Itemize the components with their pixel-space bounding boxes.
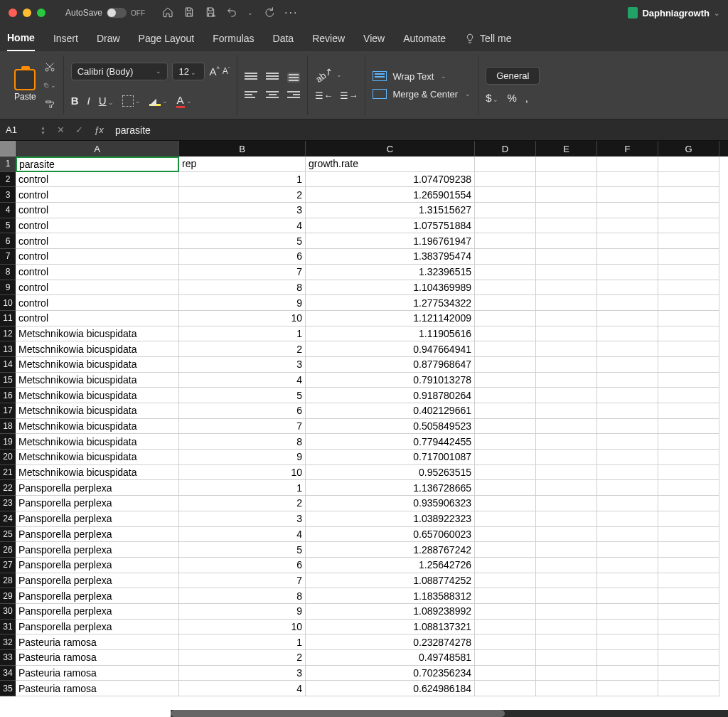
cell[interactable] (597, 604, 658, 620)
cell[interactable] (658, 172, 719, 188)
cell[interactable] (475, 573, 536, 589)
cell[interactable]: Metschnikowia bicuspidata (16, 373, 179, 388)
cell[interactable] (536, 357, 597, 373)
cell[interactable]: 5 (179, 388, 306, 403)
cell[interactable]: 1 (179, 480, 306, 496)
cell[interactable]: Pansporella perplexa (16, 511, 179, 527)
cell[interactable] (597, 558, 658, 573)
cell[interactable]: 2 (179, 341, 306, 357)
tab-home[interactable]: Home (7, 26, 35, 51)
cell[interactable] (536, 496, 597, 511)
row-header[interactable]: 14 (0, 357, 16, 373)
cell[interactable] (536, 450, 597, 465)
cell[interactable] (536, 326, 597, 342)
cell[interactable]: Metschnikowia bicuspidata (16, 326, 179, 342)
cell[interactable]: Pansporella perplexa (16, 480, 179, 496)
cell[interactable]: 8 (179, 280, 306, 296)
cell[interactable] (658, 295, 719, 311)
cell[interactable]: 3 (179, 357, 306, 373)
decrease-indent-button[interactable]: ☰← (315, 90, 333, 101)
cell[interactable]: 9 (179, 604, 306, 620)
cell[interactable] (597, 388, 658, 403)
undo-icon[interactable] (226, 6, 237, 20)
cell[interactable]: 1.136728665 (306, 480, 475, 496)
tab-page-layout[interactable]: Page Layout (139, 26, 195, 51)
cell[interactable]: Pansporella perplexa (16, 573, 179, 589)
tab-draw[interactable]: Draw (97, 26, 120, 51)
minimize-window-button[interactable] (23, 9, 31, 17)
row-header[interactable]: 12 (0, 326, 16, 342)
cell[interactable] (536, 634, 597, 650)
cell[interactable] (536, 588, 597, 604)
cell[interactable] (475, 527, 536, 543)
tab-data[interactable]: Data (273, 26, 294, 51)
cell[interactable]: 4 (179, 218, 306, 234)
cell[interactable]: 10 (179, 311, 306, 326)
cell[interactable] (597, 373, 658, 388)
cell[interactable]: 6 (179, 558, 306, 573)
cell[interactable] (536, 542, 597, 558)
cell[interactable] (536, 511, 597, 527)
cell[interactable] (536, 373, 597, 388)
cell[interactable] (658, 357, 719, 373)
cell[interactable] (536, 388, 597, 403)
cell[interactable]: 0.95263515 (306, 465, 475, 481)
cell[interactable] (536, 620, 597, 635)
cell[interactable] (475, 511, 536, 527)
cell[interactable] (536, 203, 597, 218)
cell[interactable]: Metschnikowia bicuspidata (16, 450, 179, 465)
cell[interactable] (597, 542, 658, 558)
tab-insert[interactable]: Insert (53, 26, 78, 51)
cell[interactable] (536, 604, 597, 620)
align-middle-button[interactable] (266, 73, 279, 83)
cell[interactable]: 1.196761947 (306, 233, 475, 249)
cell[interactable] (597, 511, 658, 527)
cell[interactable]: 1.277534322 (306, 295, 475, 311)
cell[interactable]: 5 (179, 542, 306, 558)
cell[interactable] (475, 341, 536, 357)
cell[interactable] (536, 527, 597, 543)
number-format-select[interactable]: General (486, 67, 540, 85)
cell[interactable] (475, 403, 536, 419)
home-icon[interactable] (162, 6, 173, 20)
row-header[interactable]: 16 (0, 388, 16, 403)
cell[interactable]: 2 (179, 496, 306, 511)
cell[interactable]: 10 (179, 465, 306, 481)
row-header[interactable]: 22 (0, 480, 16, 496)
cell[interactable]: control (16, 203, 179, 218)
cell[interactable]: Pasteuria ramosa (16, 681, 179, 696)
copy-icon[interactable]: ⌄ (43, 79, 56, 92)
cell[interactable] (597, 357, 658, 373)
cell[interactable] (658, 218, 719, 234)
cell[interactable] (658, 156, 719, 172)
cell[interactable] (597, 450, 658, 465)
row-header[interactable]: 32 (0, 634, 16, 650)
cell[interactable]: parasite (16, 156, 179, 172)
row-header[interactable]: 13 (0, 341, 16, 357)
cell[interactable]: 0.935906323 (306, 496, 475, 511)
cell[interactable] (658, 280, 719, 296)
cell[interactable] (658, 588, 719, 604)
cell[interactable] (475, 450, 536, 465)
cell[interactable]: 8 (179, 588, 306, 604)
row-header[interactable]: 1 (0, 156, 16, 172)
cell[interactable] (658, 434, 719, 450)
cell[interactable] (597, 588, 658, 604)
row-header[interactable]: 18 (0, 419, 16, 435)
cell[interactable] (597, 172, 658, 188)
row-header[interactable]: 11 (0, 311, 16, 326)
align-bottom-button[interactable] (287, 73, 300, 83)
cell[interactable]: 5 (179, 233, 306, 249)
cell[interactable]: 10 (179, 620, 306, 635)
font-name-select[interactable]: Calibri (Body)⌄ (71, 63, 168, 80)
cell[interactable]: 1.32396515 (306, 265, 475, 280)
cell[interactable] (658, 403, 719, 419)
cell[interactable]: 1.088137321 (306, 620, 475, 635)
cell[interactable] (536, 295, 597, 311)
row-header[interactable]: 31 (0, 620, 16, 635)
cell[interactable] (475, 496, 536, 511)
cell[interactable]: Pansporella perplexa (16, 542, 179, 558)
row-header[interactable]: 10 (0, 295, 16, 311)
cell[interactable]: 0.657060023 (306, 527, 475, 543)
formula-input[interactable] (109, 124, 728, 136)
